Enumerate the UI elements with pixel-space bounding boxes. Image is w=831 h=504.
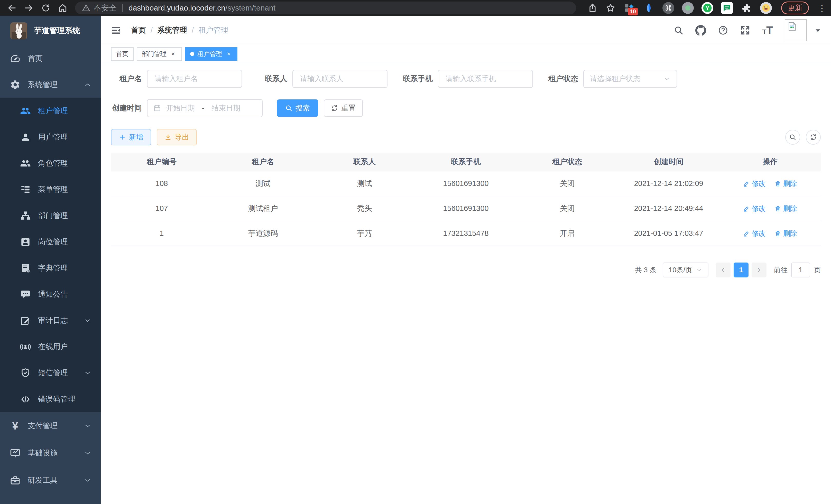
browser-update-button[interactable]: 更新 [781,2,809,14]
sidebar-item-post[interactable]: 岗位管理 [0,229,101,255]
page-number-1[interactable]: 1 [734,263,748,277]
page-size-select[interactable]: 10条/页 [663,263,709,277]
sidebar-item-error-code[interactable]: 错误码管理 [0,386,101,412]
sidebar-item-payment[interactable]: ¥ 支付管理 [0,412,101,440]
cell-mobile: 15601691300 [415,171,517,196]
tab-dept[interactable]: 部门管理 × [137,47,182,61]
cell-tenant-name: 测试租户 [212,196,314,221]
delete-link[interactable]: 删除 [774,229,797,238]
reset-button[interactable]: 重置 [324,99,363,117]
filter-row-1: 租户名 联系人 联系手机 租户状态 请选择租户状态 [111,70,821,88]
browser-home-button[interactable] [56,1,70,15]
security-warning-icon[interactable] [82,4,90,12]
edit-link[interactable]: 修改 [743,179,766,188]
forward-arrow-icon [24,3,34,13]
browser-back-button[interactable] [5,1,19,15]
sidebar-item-infra[interactable]: 基础设施 [0,440,101,467]
address-bar[interactable]: 不安全 dashboard.yudao.iocoder.cn /system/t… [75,2,576,14]
extensions-puzzle-icon[interactable] [741,2,752,14]
breadcrumb-section[interactable]: 系统管理 [157,25,187,35]
sidebar-item-user[interactable]: 用户管理 [0,124,101,150]
back-arrow-icon [7,3,17,13]
sidebar-item-system[interactable]: 系统管理 [0,72,101,98]
github-icon[interactable] [695,25,706,36]
gear-icon [9,79,21,91]
header-search-icon[interactable] [674,25,684,35]
yen-icon: ¥ [9,420,21,432]
sidebar-item-tenant[interactable]: 租户管理 [0,98,101,124]
sidebar-item-online-users[interactable]: 在线用户 [0,334,101,360]
mobile-input[interactable] [438,70,533,88]
sidebar-item-label: 审计日志 [38,316,68,326]
tab-home[interactable]: 首页 [111,47,134,61]
delete-link[interactable]: 删除 [774,179,797,188]
extension-command-icon[interactable] [662,2,674,14]
edit-pencil-icon [743,205,750,212]
goto-page-input[interactable] [791,263,810,277]
edit-log-icon [20,315,31,326]
profile-avatar-icon[interactable] [760,2,772,14]
search-button[interactable]: 搜索 [277,99,318,117]
font-size-icon[interactable]: TT [762,25,773,35]
sidebar-item-home[interactable]: 首页 [0,46,101,72]
refresh-table-button[interactable] [806,130,821,145]
extension-tab-manager-icon[interactable]: 10 [623,2,635,14]
tenant-name-input[interactable] [147,70,242,88]
status-select-placeholder: 请选择租户状态 [590,74,640,84]
sidebar-toggle-icon[interactable] [111,25,121,36]
url-host[interactable]: dashboard.yudao.iocoder.cn [128,4,225,12]
cell-mobile: 17321315478 [415,221,517,246]
status-select[interactable]: 请选择租户状态 [583,70,677,88]
extension-y-icon[interactable]: Y [701,2,713,14]
browser-toolbar: 不安全 dashboard.yudao.iocoder.cn /system/t… [0,0,831,16]
browser-forward-button[interactable] [22,1,36,15]
export-button[interactable]: 导出 [157,129,197,145]
close-icon[interactable]: × [225,50,232,58]
delete-link[interactable]: 删除 [774,204,797,213]
sidebar-item-menu[interactable]: 菜单管理 [0,176,101,203]
browser-reload-button[interactable] [38,1,53,15]
url-path[interactable]: /system/tenant [225,4,276,12]
share-icon[interactable] [588,3,598,13]
sidebar-item-dict[interactable]: 字典管理 [0,255,101,281]
fullscreen-icon[interactable] [740,25,750,35]
add-button[interactable]: 新增 [111,129,151,145]
extension-badge: 10 [628,8,638,16]
caret-down-icon[interactable] [814,26,822,34]
sidebar-item-sms[interactable]: 短信管理 [0,360,101,386]
sidebar-item-audit-log[interactable]: 审计日志 [0,307,101,334]
tab-tenant[interactable]: 租户管理 × [185,47,237,61]
edit-link[interactable]: 修改 [743,229,766,238]
edit-link[interactable]: 修改 [743,204,766,213]
close-icon[interactable]: × [170,50,177,58]
bookmark-star-icon[interactable] [605,3,616,13]
chevron-right-icon [756,267,763,273]
extension-balloon-icon[interactable] [643,2,655,14]
sidebar-item-notice[interactable]: 通知公告 [0,281,101,307]
user-avatar[interactable] [785,19,807,41]
tenant-table: 租户编号 租户名 联系人 联系手机 租户状态 创建时间 操作 108 测试 测试 [111,153,821,246]
sidebar-item-label: 基础设施 [28,448,58,458]
prev-page-button[interactable] [716,263,730,277]
app-logo[interactable]: 芋道管理系统 [0,16,101,46]
create-time-range-picker[interactable]: 开始日期 - 结束日期 [147,99,263,117]
extension-chat-icon[interactable] [721,2,733,14]
browser-menu-icon[interactable]: ⋮ [818,3,826,13]
sidebar-item-role[interactable]: 角色管理 [0,150,101,176]
sidebar-item-label: 用户管理 [38,132,68,142]
next-page-button[interactable] [752,263,767,277]
broadcast-user-icon [20,341,31,353]
sidebar-item-dept[interactable]: 部门管理 [0,203,101,229]
contact-input[interactable] [292,70,388,88]
sidebar-item-dev-tools[interactable]: 研发工具 [0,467,101,494]
breadcrumb-home[interactable]: 首页 [131,25,146,35]
cell-mobile: 15601691300 [415,196,517,221]
security-label[interactable]: 不安全 [93,3,117,13]
help-icon[interactable] [718,25,728,35]
sidebar-item-label: 角色管理 [38,158,68,169]
chat-bubble-icon [20,289,31,300]
end-date-placeholder: 结束日期 [211,103,240,113]
sidebar-item-label: 研发工具 [28,475,58,485]
extension-dot-icon[interactable] [682,2,694,14]
toggle-search-button[interactable] [785,130,800,145]
